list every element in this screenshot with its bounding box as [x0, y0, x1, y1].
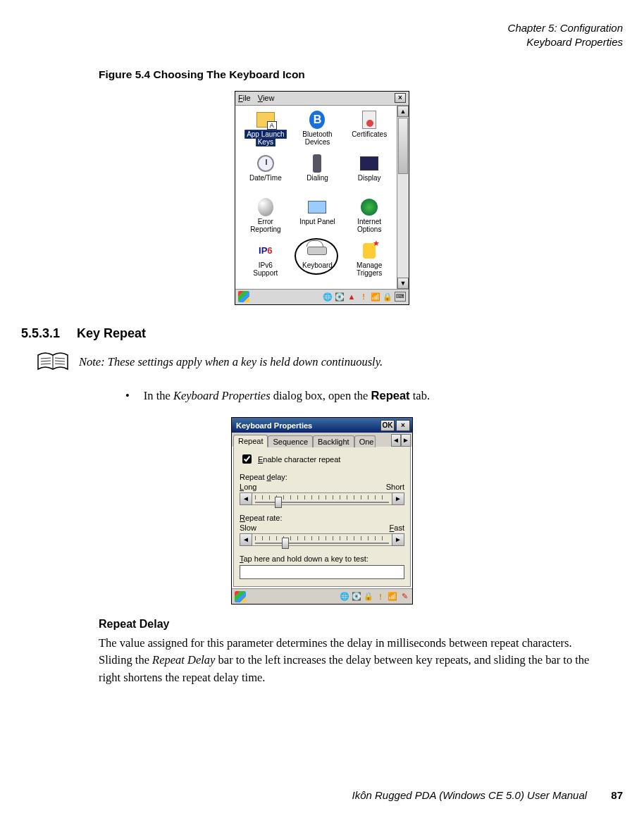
- taskbar: 🌐 💽 🔒 ! 📶 ✎: [232, 588, 412, 604]
- tab-scroll-left-button[interactable]: ◄: [391, 434, 401, 447]
- menu-view[interactable]: View: [258, 94, 275, 102]
- control-panel-item-label: BluetoothDevices: [302, 130, 332, 146]
- enable-repeat-checkbox[interactable]: [242, 454, 252, 464]
- ipv6-icon: IP6: [255, 241, 276, 261]
- scroll-thumb[interactable]: [398, 118, 408, 174]
- control-panel-item[interactable]: Display: [343, 152, 395, 196]
- ok-button[interactable]: OK: [380, 420, 395, 431]
- keyboard-properties-window: Keyboard Properties OK × Repeat Sequence…: [231, 417, 413, 605]
- delay-left-label: Long: [240, 483, 256, 491]
- titlebar: Keyboard Properties OK ×: [232, 418, 412, 433]
- control-panel-item[interactable]: Certificates: [343, 109, 395, 152]
- control-panel-item-label: App LaunchKeys: [244, 130, 286, 146]
- delay-track[interactable]: [252, 492, 392, 505]
- control-panel-item-label: Keyboard: [302, 261, 333, 269]
- dialing-icon: [306, 154, 328, 173]
- control-panel-item[interactable]: BBluetoothDevices: [292, 109, 344, 152]
- tray-globe-icon[interactable]: 🌐: [323, 292, 333, 302]
- app-launch-icon: [255, 110, 276, 130]
- delay-thumb[interactable]: [275, 497, 282, 508]
- control-panel-item[interactable]: InternetOptions: [343, 196, 395, 240]
- tray-disk-icon[interactable]: 💽: [335, 292, 345, 302]
- scroll-up-button[interactable]: ▲: [397, 106, 409, 117]
- test-input[interactable]: [240, 565, 404, 579]
- test-label: Tap here and hold down a key to test:: [240, 554, 404, 563]
- control-panel-item[interactable]: Keyboard: [292, 240, 344, 283]
- running-header: Chapter 5: Configuration Keyboard Proper…: [21, 21, 623, 50]
- delay-inc-button[interactable]: ►: [392, 492, 404, 505]
- tray-exclaim-icon[interactable]: !: [359, 292, 369, 302]
- control-panel-item[interactable]: Dialing: [292, 152, 344, 196]
- section-title: Key Repeat: [77, 326, 146, 340]
- tray-lock-icon[interactable]: 🔒: [383, 292, 392, 302]
- tab-one[interactable]: One: [354, 435, 376, 447]
- control-panel-item-label: Dialing: [306, 174, 328, 182]
- close-button[interactable]: ×: [395, 93, 406, 103]
- delay-right-label: Short: [386, 483, 404, 491]
- control-panel-item-label: Input Panel: [299, 218, 335, 225]
- delay-dec-button[interactable]: ◄: [240, 492, 252, 505]
- control-panel-item-label: ErrorReporting: [250, 218, 280, 233]
- manage-icon: [359, 241, 380, 261]
- date-time-icon: [255, 154, 276, 173]
- section-heading: 5.5.3.1Key Repeat: [21, 326, 623, 341]
- tray-disk-icon[interactable]: 💽: [352, 592, 361, 602]
- note-block: Note: These settings apply when a key is…: [37, 351, 623, 373]
- running-header-l2: Keyboard Properties: [21, 35, 623, 49]
- note-book-icon: [37, 351, 69, 373]
- control-panel-item[interactable]: Input Panel: [292, 196, 344, 240]
- scroll-track[interactable]: [397, 117, 409, 278]
- tray-sip-icon[interactable]: ⌨: [395, 292, 406, 302]
- tab-scroll-right-button[interactable]: ►: [401, 434, 411, 447]
- keyboard-icon: [306, 241, 328, 261]
- instruction-bullet: • In the Keyboard Properties dialog box,…: [125, 389, 623, 403]
- rate-left-label: Slow: [240, 523, 256, 532]
- control-panel-window: File View × App LaunchKeysBBluetoothDevi…: [235, 91, 409, 305]
- control-panel-item[interactable]: IP6IPv6Support: [240, 240, 292, 283]
- bluetooth-icon: B: [306, 110, 328, 130]
- tab-repeat[interactable]: Repeat: [233, 435, 268, 447]
- rate-dec-button[interactable]: ◄: [240, 533, 252, 546]
- tray-globe-icon[interactable]: 🌐: [340, 592, 349, 602]
- scroll-down-button[interactable]: ▼: [397, 278, 409, 289]
- section-number: 5.5.3.1: [21, 326, 60, 340]
- tray-lock-icon[interactable]: 🔒: [364, 592, 373, 602]
- repeat-rate-slider[interactable]: ◄ ►: [240, 533, 404, 546]
- rate-inc-button[interactable]: ►: [392, 533, 404, 546]
- tab-backlight[interactable]: Backlight: [313, 435, 354, 447]
- control-panel-item-label: Display: [358, 174, 381, 182]
- display-icon: [359, 154, 380, 173]
- control-panel-item[interactable]: App LaunchKeys: [240, 109, 292, 152]
- scrollbar[interactable]: ▲ ▼: [397, 106, 409, 289]
- control-panel-item[interactable]: Date/Time: [240, 152, 292, 196]
- repeat-delay-slider[interactable]: ◄ ►: [240, 492, 404, 505]
- rate-track[interactable]: [252, 533, 392, 546]
- menu-file[interactable]: File: [238, 94, 251, 102]
- control-panel-item[interactable]: ErrorReporting: [240, 196, 292, 240]
- tray-exclaim-icon[interactable]: !: [376, 592, 385, 602]
- tray-warn-icon[interactable]: ▲: [347, 292, 357, 302]
- rate-thumb[interactable]: [282, 538, 289, 549]
- control-panel-item[interactable]: ManageTriggers: [343, 240, 395, 283]
- tray-net-icon[interactable]: 📶: [371, 292, 380, 302]
- internet-icon: [359, 197, 380, 217]
- body-paragraph: The value assigned for this parameter de…: [99, 635, 605, 687]
- control-panel-item-label: IPv6Support: [253, 261, 278, 277]
- tab-sequence[interactable]: Sequence: [268, 435, 313, 447]
- tray-net-icon[interactable]: 📶: [388, 592, 397, 602]
- footer-text: Ikôn Rugged PDA (Windows CE 5.0) User Ma…: [352, 789, 588, 801]
- enable-repeat-checkbox-row[interactable]: Enable character repeat: [240, 452, 404, 466]
- menubar: File View ×: [235, 92, 409, 106]
- close-button[interactable]: ×: [396, 420, 410, 431]
- page-number: 87: [611, 789, 623, 801]
- rate-right-label: Fast: [390, 523, 404, 532]
- control-panel-item-label: Certificates: [352, 130, 387, 138]
- running-header-l1: Chapter 5: Configuration: [21, 21, 623, 35]
- tab-strip: Repeat Sequence Backlight One ◄ ►: [232, 433, 412, 447]
- enable-repeat-label: Enable character repeat: [258, 455, 340, 464]
- start-button-icon[interactable]: [235, 591, 246, 602]
- tray-edit-icon[interactable]: ✎: [400, 592, 409, 602]
- certificates-icon: [359, 110, 380, 130]
- start-button-icon[interactable]: [238, 291, 249, 302]
- repeat-rate-label: Repeat rate:: [240, 514, 404, 522]
